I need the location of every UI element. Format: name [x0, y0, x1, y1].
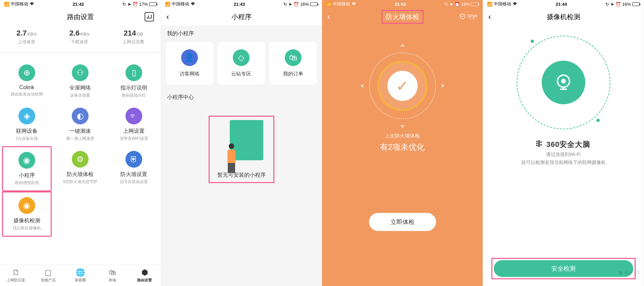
header: ‹ 小程序 [161, 8, 322, 25]
signal-icon: 📶 [165, 2, 170, 7]
card-icon: 👤 [181, 49, 198, 66]
grid-icon: ⚇ [72, 64, 89, 81]
check-result: 有2项未优化 [322, 142, 483, 153]
status-bar: 📶 中国移动 21:43 ↻ ➤ ⏰ 16% [161, 0, 322, 8]
grid-item-3[interactable]: ◈联网设备2台设备在线 [0, 103, 54, 146]
tab-icon: ⬢ [128, 268, 161, 277]
tab-3[interactable]: 🛍商城 [96, 268, 128, 283]
grid-item-1[interactable]: ⚇全屋网络设备连接图 [54, 60, 107, 103]
tab-icon: ▢ [32, 268, 64, 277]
settings-grid: ⊕Colink路由套装自动联网⚇全屋网络设备连接图▯指示灯说明路由器指示灯◈联网… [0, 53, 161, 243]
location-icon: ➤ [449, 2, 453, 7]
status-time: 21:44 [556, 2, 567, 7]
tab-icon: 🌐 [64, 268, 97, 277]
tab-icon: 🛍 [96, 268, 128, 277]
bottom-tabs: 🗋上网防沉迷▢智能产品🌐家庭圈🛍商城⬢路由设置 [0, 265, 161, 286]
tab-label: 家庭圈 [64, 278, 97, 283]
tab-label: 商城 [96, 278, 128, 283]
page-title: 小程序 [231, 12, 252, 21]
sync-icon: ↻ [605, 2, 609, 7]
grid-sub: 找出附近摄像机 [3, 225, 51, 231]
svg-rect-6 [540, 141, 542, 143]
svg-point-1 [561, 79, 566, 83]
page-title: 摄像机检测 [547, 12, 580, 21]
grid-sub: 信号及路由设置 [107, 179, 161, 185]
stats-row: 2.7KB/s 上传速度 2.6KB/s 下载速度 214GB 上网总流量 [0, 25, 161, 53]
section-program-center: 小程序中心 [161, 89, 322, 106]
section-my-programs: 我的小程序 [161, 25, 322, 42]
grid-sub: 路由增强应用 [3, 180, 51, 186]
grid-icon: ⚙ [72, 151, 89, 168]
back-button[interactable]: ‹ [166, 12, 169, 21]
card-1[interactable]: ◇云钻专区 [217, 42, 265, 84]
card-0[interactable]: 👤访客网络 [166, 42, 213, 84]
alarm-icon: ⏰ [293, 2, 299, 7]
svg-rect-4 [536, 145, 538, 146]
info-line-2: 就可以检测发现当前网络下的联网摄像机 [483, 160, 644, 166]
grid-item-7[interactable]: ⚙防火墙体检9层防火墙为您守护 [54, 146, 107, 191]
page-title: 防火墙体检 [381, 10, 424, 24]
tab-4[interactable]: ⬢路由设置 [128, 268, 161, 283]
grid-item-5[interactable]: ᯤ上网设置宽带及WIFI设置 [107, 103, 161, 146]
camera-icon [542, 61, 585, 104]
grid-sub: 设备连接图 [54, 93, 107, 98]
status-time: 21:43 [395, 2, 406, 7]
guard-label: 守护 [467, 14, 477, 20]
grid-item-8[interactable]: ⛨防火墙设置信号及路由设置 [107, 146, 161, 191]
camera-ring [517, 36, 610, 129]
screen-camera-detection: 📶 中国移动 21:44 ↻ ➤ ⏰ 16% ‹ 摄像机检测 360安全大脑 通… [483, 0, 644, 286]
guard-button[interactable]: 守护 [460, 13, 477, 20]
brand-label: 360安全大脑 [483, 139, 644, 150]
screen-mini-programs: 📶 中国移动 21:43 ↻ ➤ ⏰ 16% ‹ 小程序 我的小程序 👤访客网络… [161, 0, 322, 286]
location-icon: ➤ [127, 2, 131, 7]
grid-icon: ◉ [18, 152, 35, 169]
battery-label: 16% [622, 2, 631, 7]
tab-icon: 🗋 [0, 268, 32, 277]
battery-icon [471, 2, 479, 6]
grid-item-0[interactable]: ⊕Colink路由套装自动联网 [0, 60, 54, 103]
grid-icon: ◉ [18, 197, 35, 214]
wifi-icon [191, 2, 195, 7]
grid-sub: 2台设备在线 [0, 136, 54, 141]
card-label: 云钻专区 [217, 71, 265, 77]
tab-1[interactable]: ▢智能产品 [32, 268, 64, 283]
grid-title: 上网设置 [107, 128, 161, 135]
brand-icon [536, 140, 544, 149]
router-icon: ◉ [618, 269, 623, 276]
my-programs-row: 👤访客网络◇云钻专区🛍我的订单 [161, 42, 322, 89]
grid-item-9[interactable]: ◉摄像机检测找出附近摄像机 [2, 191, 52, 237]
alarm-icon: ⏰ [615, 2, 621, 7]
stat-download: 2.6KB/s 下载速度 [69, 29, 90, 45]
back-button[interactable]: ‹ [488, 12, 491, 21]
svg-rect-2 [536, 141, 538, 142]
wifi-icon [30, 2, 34, 7]
grid-item-4[interactable]: ◐一键测速测一测上网速度 [54, 103, 107, 146]
check-subtitle: 上次防火墙体检 [322, 133, 483, 139]
screen-router-settings: 📶 中国移动 21:42 ↻ ➤ ⏰ 17% 路由设置 2.7KB/s 上传速度… [0, 0, 161, 286]
grid-icon: ᯤ [125, 108, 142, 124]
grid-icon: ◈ [18, 108, 35, 124]
status-bar: 📶 中国移动 21:42 ↻ ➤ ⏰ 17% [0, 0, 161, 8]
start-check-button[interactable]: 立即体检 [369, 213, 436, 231]
back-button[interactable]: ‹ [327, 12, 330, 21]
grid-item-6[interactable]: ◉小程序路由增强应用 [2, 146, 52, 191]
shield-icon [460, 13, 465, 20]
grid-sub: 宽带及WIFI设置 [107, 136, 161, 141]
grid-title: Colink [0, 84, 54, 91]
grid-item-2[interactable]: ▯指示灯说明路由器指示灯 [107, 60, 161, 103]
empty-text: 暂无可安装的小程序 [213, 172, 270, 179]
carrier-label: 中国移动 [494, 1, 511, 7]
tab-2[interactable]: 🌐家庭圈 [64, 268, 97, 283]
carrier-label: 中国移动 [11, 1, 28, 7]
detect-button[interactable]: 安全检测 [494, 260, 633, 277]
tab-0[interactable]: 🗋上网防沉迷 [0, 268, 32, 283]
status-bar: 📶 中国移动 21:44 ↻ ➤ ⏰ 16% [483, 0, 644, 8]
grid-icon: ▯ [125, 64, 142, 81]
info-line-1: 通过连接到Wi-Fi [483, 152, 644, 158]
grid-icon: ⊕ [18, 64, 35, 81]
card-2[interactable]: 🛍我的订单 [269, 42, 317, 84]
carrier-label: 中国移动 [172, 1, 189, 7]
status-time: 21:42 [73, 2, 84, 7]
sync-icon: ↻ [283, 2, 287, 7]
stats-icon[interactable] [145, 12, 154, 21]
